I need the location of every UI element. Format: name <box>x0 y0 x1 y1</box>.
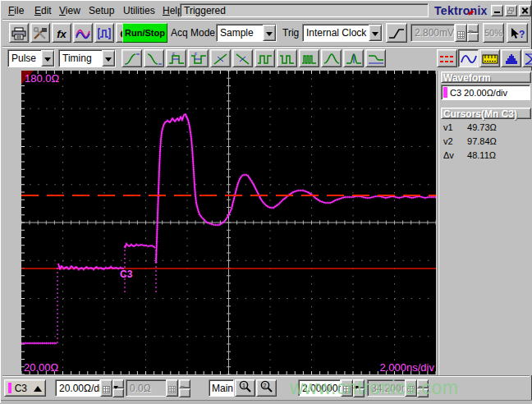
pos-overshoot-icon <box>323 53 340 66</box>
horizontal-position-spinner[interactable] <box>417 379 429 397</box>
meas-pos-duty-button[interactable] <box>255 49 275 67</box>
channel-select-button[interactable]: C3 <box>4 379 46 397</box>
trig-level-field[interactable]: 2.800mV <box>410 24 455 42</box>
spin-down-icon[interactable] <box>417 388 429 397</box>
keypad-icon <box>343 386 351 393</box>
fx-icon: fx <box>53 28 71 40</box>
menu-setup[interactable]: Setup <box>86 4 117 17</box>
acq-mode-select[interactable]: Sample <box>216 24 277 42</box>
math-button[interactable]: fx <box>52 23 71 43</box>
neg-crossing-icon <box>235 53 251 66</box>
view-mode-value: Timing <box>59 50 102 67</box>
chevron-down-icon[interactable] <box>369 25 382 41</box>
pos-crossing-icon <box>213 53 229 66</box>
color-wave-icon <box>76 27 90 40</box>
horizontal-scale-keypad-button[interactable] <box>341 379 353 397</box>
measure-category-select[interactable]: Pulse <box>7 49 55 67</box>
vertical-scale-spinner[interactable] <box>112 379 124 397</box>
restore-button[interactable] <box>505 5 517 16</box>
scope-window: File Edit View Setup Utilities Help Trig… <box>0 0 532 404</box>
eye-diagram-display-button[interactable] <box>522 49 532 67</box>
meas-neg-crossing-button[interactable] <box>232 49 253 67</box>
meas-settling-button[interactable] <box>365 49 386 67</box>
trace-color-swatch <box>443 87 447 98</box>
trig-source-select[interactable]: Internal Clock <box>302 24 383 42</box>
trig-level-spinner[interactable] <box>467 24 479 42</box>
meas-neg-duty-button[interactable] <box>277 49 297 67</box>
waveform-entry[interactable]: C3 20.00Ω/div <box>450 88 507 98</box>
meas-fall-time-button[interactable] <box>144 49 164 67</box>
menu-bar: File Edit View Setup Utilities Help Trig… <box>2 2 530 19</box>
vertical-scale-field[interactable]: 20.00Ω/di <box>55 379 100 397</box>
horizontal-scale-field[interactable]: 2.00000ns <box>298 379 341 397</box>
cursor-readout-v1: v1 49.73Ω <box>443 122 532 133</box>
keypad-icon <box>457 31 465 39</box>
menu-file[interactable]: File <box>6 4 26 17</box>
chevron-down-icon[interactable] <box>263 25 276 41</box>
meas-burst-width-button[interactable] <box>299 49 319 67</box>
help-pointer-icon: ? <box>509 27 525 41</box>
measure-display-button[interactable] <box>479 49 500 67</box>
run-stop-button[interactable]: Run/Stop <box>122 23 167 43</box>
meas-pos-crossing-button[interactable] <box>210 49 231 67</box>
spin-down-icon[interactable] <box>179 388 190 397</box>
spin-down-icon[interactable] <box>112 388 124 397</box>
measure-category-value: Pulse <box>8 50 41 67</box>
meas-rise-time-button[interactable] <box>122 49 142 67</box>
waveform-list[interactable]: C3 20.00Ω/div <box>441 85 530 100</box>
ruler-icon <box>482 53 498 66</box>
meas-peak-button[interactable] <box>343 49 364 67</box>
settling-icon <box>368 53 384 66</box>
zoom-1-button[interactable]: 1 <box>235 379 255 397</box>
trig-source-value: Internal Clock <box>303 25 369 41</box>
acq-mode-label: Acq Mode <box>171 27 215 39</box>
histogram-display-button[interactable] <box>501 49 521 67</box>
neg-width-icon: F <box>190 53 207 66</box>
trig-level-keypad-button[interactable] <box>455 24 467 42</box>
horizontal-position-keypad-button[interactable] <box>405 379 417 397</box>
meas-neg-width-button[interactable]: F <box>188 49 209 67</box>
cursors-header: Cursors(Mn C3) <box>441 108 531 119</box>
channel-color-swatch <box>8 383 11 393</box>
close-button[interactable] <box>519 5 531 16</box>
spin-down-icon[interactable] <box>467 33 479 42</box>
waveform-database-button[interactable] <box>73 23 93 43</box>
context-help-button[interactable]: ? <box>507 23 528 43</box>
vertical-scale-keypad-button[interactable] <box>100 379 112 397</box>
separator <box>2 46 530 48</box>
trig-slope-button[interactable] <box>386 23 407 43</box>
horizontal-scale-spinner[interactable] <box>353 379 365 397</box>
setup-tools-button[interactable] <box>30 23 50 43</box>
meas-pos-overshoot-button[interactable] <box>321 49 342 67</box>
cursor-readout-v2: v2 97.84Ω <box>443 136 532 147</box>
menu-utilities[interactable]: Utilities <box>121 4 158 17</box>
trigger-status-field: Triggered <box>180 3 429 17</box>
set-50-percent-button[interactable]: 50% <box>483 23 504 43</box>
svg-text:1: 1 <box>242 383 245 388</box>
keypad-icon <box>407 386 415 393</box>
menu-edit[interactable]: Edit <box>32 4 54 17</box>
meas-pos-width-button[interactable]: F <box>166 49 186 67</box>
minimize-button[interactable] <box>491 5 503 16</box>
print-button[interactable] <box>9 23 29 43</box>
view-mode-select[interactable]: Timing <box>58 49 116 67</box>
horizontal-mode-field[interactable]: Main <box>209 379 234 397</box>
chevron-down-icon[interactable] <box>102 50 115 67</box>
rise-time-icon <box>124 53 140 66</box>
zoom-2-button[interactable]: 2 <box>256 379 277 397</box>
chevron-down-icon[interactable] <box>41 50 54 67</box>
eye-diagram-icon <box>525 53 532 66</box>
burst-width-icon <box>301 53 318 66</box>
magnifier-1-icon: 1 <box>238 380 252 393</box>
vertical-offset-spinner[interactable] <box>179 379 190 397</box>
fall-time-icon <box>146 53 163 66</box>
menu-view[interactable]: View <box>57 4 83 17</box>
cursors-icon <box>439 53 456 66</box>
autoset-button[interactable] <box>94 23 114 43</box>
cursors-display-button[interactable] <box>437 49 457 67</box>
minimize-icon <box>494 11 500 13</box>
waveform-display-button[interactable] <box>458 49 479 67</box>
vertical-offset-keypad-button[interactable] <box>166 379 178 397</box>
keypad-icon <box>103 386 110 393</box>
spin-down-icon[interactable] <box>353 388 365 397</box>
